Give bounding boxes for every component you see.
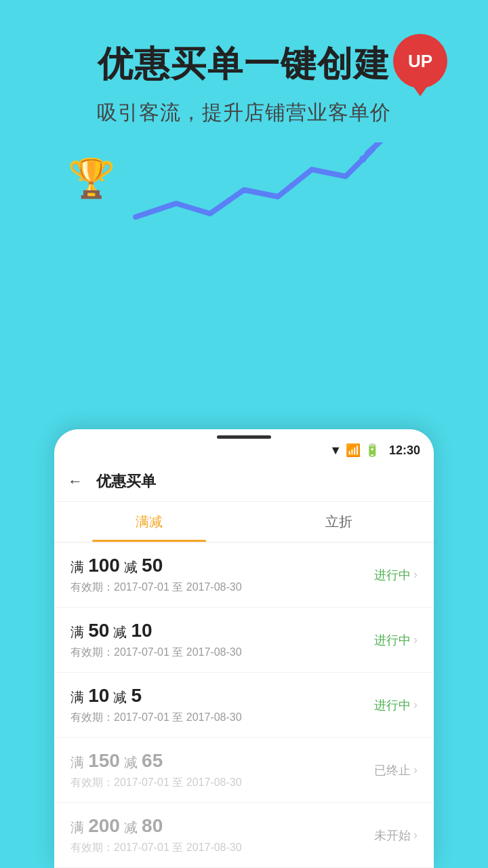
chevron-right-icon: › xyxy=(413,763,418,777)
item-title: 满 100 减 50 xyxy=(70,555,374,576)
item-right: 进行中 › xyxy=(374,567,418,583)
tab-manjian[interactable]: 满减 xyxy=(54,502,244,542)
item-left: 满 50 减 10 有效期：2017-07-01 至 2017-08-30 xyxy=(70,620,374,660)
item-title: 满 50 减 10 xyxy=(70,620,374,642)
item-left: 满 100 减 50 有效期：2017-07-01 至 2017-08-30 xyxy=(70,555,374,595)
tabs-container: 满减 立折 xyxy=(54,502,434,542)
discount-list: 满 100 减 50 有效期：2017-07-01 至 2017-08-30 进… xyxy=(54,542,434,868)
status-icons: ▼ 📶 🔋 xyxy=(329,443,380,458)
list-item[interactable]: 满 150 减 65 有效期：2017-07-01 至 2017-08-30 已… xyxy=(54,738,434,803)
phone-top-bar xyxy=(54,429,434,439)
tab-lizhe[interactable]: 立折 xyxy=(244,502,434,542)
item-left: 满 200 减 80 有效期：2017-07-01 至 2017-08-30 xyxy=(70,815,374,855)
list-item[interactable]: 满 200 减 80 有效期：2017-07-01 至 2017-08-30 未… xyxy=(54,803,434,868)
trophy-icon: 🏆 xyxy=(68,156,115,201)
status-bar: ▼ 📶 🔋 12:30 xyxy=(54,439,434,462)
item-right: 未开始 › xyxy=(374,827,418,844)
battery-icon: 🔋 xyxy=(365,443,380,458)
home-indicator xyxy=(217,435,271,439)
item-title: 满 150 减 65 xyxy=(70,750,374,772)
status-time: 12:30 xyxy=(389,443,420,458)
item-left: 满 10 减 5 有效期：2017-07-01 至 2017-08-30 xyxy=(70,685,374,725)
list-item[interactable]: 满 100 减 50 有效期：2017-07-01 至 2017-08-30 进… xyxy=(54,542,434,608)
item-status: 进行中 xyxy=(374,697,411,713)
chevron-right-icon: › xyxy=(413,698,418,712)
list-item[interactable]: 满 10 减 5 有效期：2017-07-01 至 2017-08-30 进行中… xyxy=(54,673,434,738)
item-date: 有效期：2017-07-01 至 2017-08-30 xyxy=(70,646,374,660)
trend-chart xyxy=(122,142,393,237)
item-right: 已终止 › xyxy=(374,762,418,778)
item-right: 进行中 › xyxy=(374,697,418,713)
wifi-icon: ▼ xyxy=(329,443,342,458)
svg-line-1 xyxy=(367,142,383,153)
back-button[interactable]: ← xyxy=(68,473,83,490)
item-left: 满 150 减 65 有效期：2017-07-01 至 2017-08-30 xyxy=(70,750,374,790)
app-header: ← 优惠买单 xyxy=(54,462,434,502)
item-title: 满 200 减 80 xyxy=(70,815,374,837)
phone-mockup: ▼ 📶 🔋 12:30 ← 优惠买单 满减 立折 满 100 xyxy=(54,429,434,868)
item-status: 进行中 xyxy=(374,567,411,583)
item-title: 满 10 减 5 xyxy=(70,685,374,707)
list-item[interactable]: 满 50 减 10 有效期：2017-07-01 至 2017-08-30 进行… xyxy=(54,608,434,673)
item-status: 未开始 xyxy=(374,827,411,844)
item-date: 有效期：2017-07-01 至 2017-08-30 xyxy=(70,711,374,725)
item-date: 有效期：2017-07-01 至 2017-08-30 xyxy=(70,580,374,595)
item-status: 进行中 xyxy=(374,632,411,648)
signal-icon: 📶 xyxy=(346,443,361,458)
chevron-right-icon: › xyxy=(413,828,418,842)
item-status: 已终止 xyxy=(374,762,411,778)
item-date: 有效期：2017-07-01 至 2017-08-30 xyxy=(70,776,374,790)
chevron-right-icon: › xyxy=(413,633,418,647)
item-date: 有效期：2017-07-01 至 2017-08-30 xyxy=(70,841,374,855)
item-right: 进行中 › xyxy=(374,632,418,648)
app-title: 优惠买单 xyxy=(96,471,156,492)
phone-frame: ▼ 📶 🔋 12:30 ← 优惠买单 满减 立折 满 100 xyxy=(54,429,434,868)
hero-subtitle: 吸引客流，提升店铺营业客单价 xyxy=(0,99,488,127)
chevron-right-icon: › xyxy=(413,568,418,582)
up-badge: UP xyxy=(393,34,447,88)
